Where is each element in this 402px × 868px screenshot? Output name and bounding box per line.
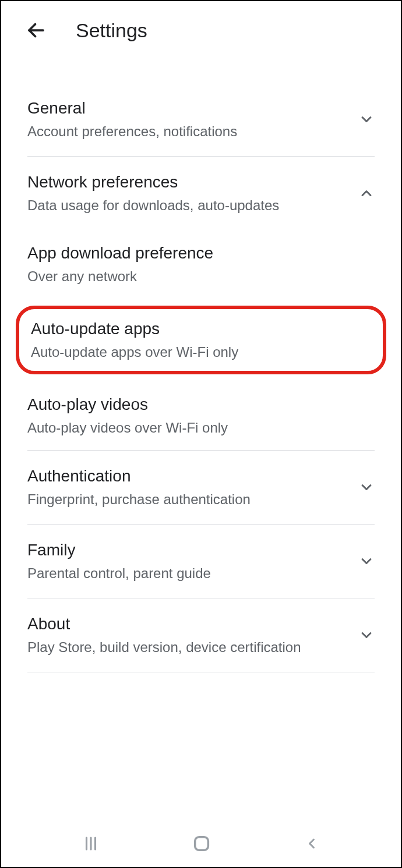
section-subtitle: Fingerprint, purchase authentication	[27, 491, 347, 508]
page-title: Settings	[76, 19, 147, 42]
section-subtitle: Account preferences, notifications	[27, 123, 347, 140]
subsection-title: App download preference	[27, 244, 375, 263]
header: Settings	[1, 1, 401, 54]
divider	[27, 672, 375, 672]
section-subtitle: Play Store, build version, device certif…	[27, 639, 347, 656]
section-authentication[interactable]: Authentication Fingerprint, purchase aut…	[1, 451, 401, 524]
chevron-down-icon	[358, 479, 375, 495]
subsection-subtitle: Over any network	[27, 268, 375, 285]
android-navbar	[1, 820, 401, 867]
chevron-up-icon	[358, 185, 375, 201]
highlight-annotation: Auto-update apps Auto-update apps over W…	[16, 306, 386, 374]
subsection-auto-play-videos[interactable]: Auto-play videos Auto-play videos over W…	[1, 381, 401, 450]
subsection-subtitle: Auto-update apps over Wi-Fi only	[31, 344, 371, 360]
subsection-subtitle: Auto-play videos over Wi-Fi only	[27, 420, 375, 436]
settings-content: General Account preferences, notificatio…	[1, 54, 401, 672]
section-title: Network preferences	[27, 173, 347, 192]
section-title: Family	[27, 541, 347, 559]
section-title: Authentication	[27, 467, 347, 486]
home-button[interactable]	[192, 834, 211, 853]
section-network-preferences[interactable]: Network preferences Data usage for downl…	[1, 157, 401, 230]
svg-rect-4	[195, 837, 209, 851]
section-about[interactable]: About Play Store, build version, device …	[1, 598, 401, 672]
section-title: General	[27, 99, 347, 118]
recents-button[interactable]	[82, 835, 100, 852]
chevron-down-icon	[358, 553, 375, 569]
section-general[interactable]: General Account preferences, notificatio…	[1, 83, 401, 156]
back-button[interactable]	[304, 835, 320, 852]
back-arrow-icon[interactable]	[24, 19, 48, 42]
section-subtitle: Data usage for downloads, auto-updates	[27, 197, 347, 214]
subsection-title: Auto-update apps	[31, 320, 371, 338]
subsection-auto-update-apps[interactable]: Auto-update apps Auto-update apps over W…	[31, 320, 371, 360]
subsection-title: Auto-play videos	[27, 395, 375, 414]
section-title: About	[27, 615, 347, 633]
chevron-down-icon	[358, 111, 375, 127]
subsection-app-download-preference[interactable]: App download preference Over any network	[1, 230, 401, 299]
section-family[interactable]: Family Parental control, parent guide	[1, 525, 401, 598]
section-subtitle: Parental control, parent guide	[27, 565, 347, 582]
chevron-down-icon	[358, 627, 375, 643]
